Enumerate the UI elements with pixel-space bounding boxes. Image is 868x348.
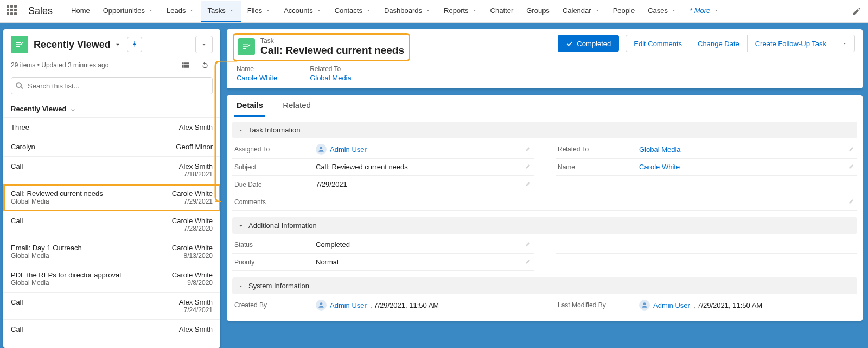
list-meta: 29 items • Updated 3 minutes ago (11, 61, 108, 69)
chevron-down-icon (595, 7, 600, 15)
record-type: Task (260, 37, 404, 45)
edit-icon[interactable] (525, 163, 532, 171)
list-panel: Recently Viewed 29 items • Updated 3 min… (3, 29, 220, 348)
workspace: Recently Viewed 29 items • Updated 3 min… (0, 23, 868, 348)
nav-item-calendar[interactable]: Calendar (556, 1, 607, 22)
nav-item-groups[interactable]: Groups (520, 1, 556, 22)
section-task-information[interactable]: Task Information (232, 122, 857, 138)
list-view-name[interactable]: Recently Viewed (34, 39, 122, 50)
search-list-input[interactable] (11, 77, 213, 94)
list-item[interactable]: Call: Reviewed current needsGlobal Media… (3, 184, 220, 211)
section-additional-information[interactable]: Additional Information (232, 217, 857, 234)
create-followup-button[interactable]: Create Follow-Up Task (748, 35, 834, 52)
record-panel: Task Call: Reviewed current needs Comple… (227, 29, 863, 348)
list-item[interactable]: ThreeAlex Smith (3, 118, 220, 137)
nav-item-files[interactable]: Files (241, 1, 277, 22)
edit-icon[interactable] (848, 145, 855, 154)
svg-point-2 (643, 302, 646, 305)
chevron-down-icon (472, 7, 477, 15)
nav-item-home[interactable]: Home (65, 1, 97, 22)
section-system-information[interactable]: System Information (232, 277, 857, 294)
modified-by-link[interactable]: Admin User (653, 301, 690, 309)
chevron-down-icon (238, 283, 244, 289)
list-item[interactable]: PDF the RFPs for director approvalGlobal… (3, 265, 220, 293)
list-item[interactable]: CallAlex Smith7/18/2021 (3, 157, 220, 184)
pin-button[interactable] (127, 37, 142, 52)
app-name: Sales (28, 5, 53, 17)
task-object-icon (238, 38, 255, 55)
record-body: Details Related Task Information Assigne… (227, 95, 863, 321)
assigned-to-link[interactable]: Admin User (330, 145, 367, 154)
chevron-down-icon (148, 7, 154, 15)
list-item[interactable]: Email: Day 1 OutreachGlobal MediaCarole … (3, 238, 220, 265)
chevron-down-icon (265, 7, 271, 15)
tab-details[interactable]: Details (234, 95, 265, 117)
field-label: Name (237, 65, 277, 73)
refresh-button[interactable] (197, 58, 213, 73)
edit-nav-icon[interactable] (850, 4, 864, 18)
nav-item-contacts[interactable]: Contacts (328, 1, 378, 22)
edit-icon[interactable] (848, 198, 855, 206)
avatar-icon (316, 300, 327, 311)
nav-item-dashboards[interactable]: Dashboards (378, 1, 437, 22)
sort-header[interactable]: Recently Viewed (3, 100, 220, 118)
nav-item-chatter[interactable]: Chatter (484, 1, 520, 22)
app-launcher-icon[interactable] (7, 5, 20, 18)
chevron-down-icon (238, 223, 244, 229)
list-item[interactable]: CallAlex Smith7/24/2021 (3, 293, 220, 320)
chevron-down-icon (425, 7, 431, 15)
nav-item-cases[interactable]: Cases (641, 1, 683, 22)
record-header: Task Call: Reviewed current needs Comple… (227, 29, 863, 88)
related-to-link[interactable]: Global Media (310, 74, 352, 82)
global-nav: Sales HomeOpportunitiesLeadsTasksFilesAc… (0, 0, 868, 23)
svg-point-0 (320, 147, 323, 149)
avatar-icon (316, 144, 327, 155)
chevron-down-icon (114, 41, 122, 48)
chevron-down-icon (189, 7, 194, 15)
task-object-icon (11, 36, 28, 53)
created-by-link[interactable]: Admin User (330, 301, 367, 309)
list-item[interactable]: CallCarole White7/28/2020 (3, 211, 220, 238)
search-icon (15, 81, 24, 90)
more-actions-button[interactable] (834, 35, 855, 52)
tab-related[interactable]: Related (280, 95, 313, 117)
field-label: Related To (310, 65, 352, 73)
chevron-down-icon (316, 7, 322, 15)
completed-button[interactable]: Completed (558, 35, 619, 52)
nav-item-leads[interactable]: Leads (160, 1, 201, 22)
name-link[interactable]: Carole White (237, 74, 277, 82)
nav-item-opportunities[interactable]: Opportunities (97, 1, 160, 22)
chevron-down-icon (366, 7, 371, 15)
list-controls-button[interactable] (195, 36, 213, 53)
display-toggle-button[interactable] (178, 58, 193, 73)
list-item[interactable]: CallAlex Smith (3, 320, 220, 339)
nav-more[interactable]: * More (683, 1, 725, 22)
chevron-down-icon (238, 127, 244, 134)
nav-item-people[interactable]: People (607, 1, 641, 22)
edit-comments-button[interactable]: Edit Comments (626, 35, 690, 52)
edit-icon[interactable] (525, 258, 532, 266)
avatar-icon (639, 300, 650, 311)
nav-item-accounts[interactable]: Accounts (277, 1, 328, 22)
edit-icon[interactable] (525, 180, 532, 188)
record-title-callout: Task Call: Reviewed current needs (234, 35, 409, 60)
name-link[interactable]: Carole White (639, 163, 680, 171)
change-date-button[interactable]: Change Date (690, 35, 748, 52)
chevron-down-icon (671, 7, 676, 15)
related-to-link[interactable]: Global Media (639, 145, 681, 154)
edit-icon[interactable] (525, 145, 532, 154)
record-title: Call: Reviewed current needs (260, 45, 404, 56)
chevron-down-icon (229, 7, 234, 15)
nav-item-tasks[interactable]: Tasks (201, 1, 240, 22)
arrow-down-icon (69, 106, 76, 112)
list-item[interactable]: CarolynGeoff Minor (3, 137, 220, 157)
svg-point-1 (320, 302, 323, 305)
nav-item-reports[interactable]: Reports (437, 1, 484, 22)
edit-icon[interactable] (525, 241, 532, 249)
edit-icon[interactable] (848, 163, 855, 171)
